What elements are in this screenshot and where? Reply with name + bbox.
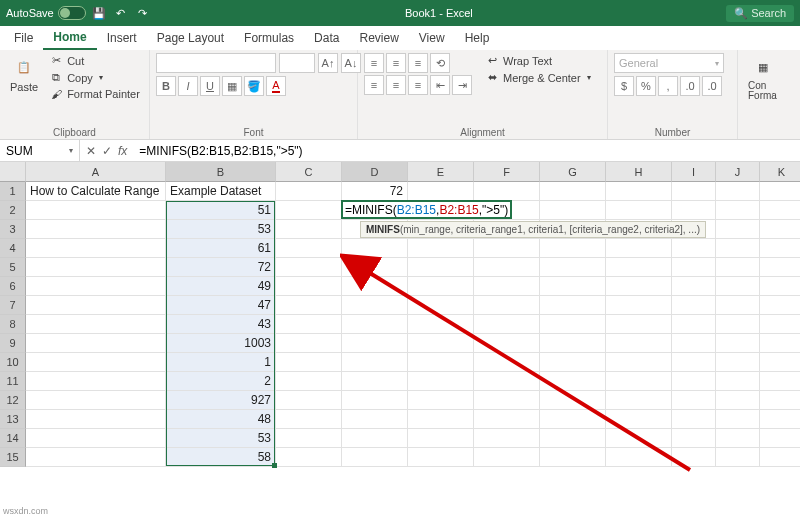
cell[interactable]: [540, 410, 606, 429]
cell[interactable]: [276, 220, 342, 239]
cell[interactable]: [760, 353, 800, 372]
select-all-corner[interactable]: [0, 162, 26, 182]
cell[interactable]: [408, 372, 474, 391]
cell[interactable]: [342, 315, 408, 334]
cell[interactable]: [716, 296, 760, 315]
format-painter-button[interactable]: 🖌Format Painter: [46, 87, 143, 101]
cell[interactable]: [26, 429, 166, 448]
align-top-button[interactable]: ≡: [364, 53, 384, 73]
cell[interactable]: [540, 277, 606, 296]
cell[interactable]: [606, 239, 672, 258]
increase-font-button[interactable]: A↑: [318, 53, 338, 73]
cell[interactable]: [342, 296, 408, 315]
cell-b8[interactable]: 43: [166, 315, 276, 334]
cell[interactable]: [760, 201, 800, 220]
cell[interactable]: [474, 258, 540, 277]
cut-button[interactable]: ✂Cut: [46, 53, 143, 68]
fx-button[interactable]: fx: [118, 144, 127, 158]
cell[interactable]: [474, 410, 540, 429]
cell[interactable]: [716, 353, 760, 372]
align-bottom-button[interactable]: ≡: [408, 53, 428, 73]
cell[interactable]: [540, 391, 606, 410]
cell[interactable]: [672, 277, 716, 296]
italic-button[interactable]: I: [178, 76, 198, 96]
font-name-combo[interactable]: [156, 53, 276, 73]
cell[interactable]: [716, 277, 760, 296]
col-header-I[interactable]: I: [672, 162, 716, 182]
cell[interactable]: [672, 410, 716, 429]
cell-d1[interactable]: 72: [342, 182, 408, 201]
currency-button[interactable]: $: [614, 76, 634, 96]
cell[interactable]: [26, 410, 166, 429]
cell[interactable]: [606, 182, 672, 201]
align-middle-button[interactable]: ≡: [386, 53, 406, 73]
cell[interactable]: [408, 277, 474, 296]
cell[interactable]: [342, 448, 408, 467]
tab-home[interactable]: Home: [43, 26, 96, 50]
cell[interactable]: [716, 410, 760, 429]
cell[interactable]: [540, 353, 606, 372]
cell[interactable]: [760, 315, 800, 334]
cell[interactable]: [716, 315, 760, 334]
cell[interactable]: [716, 258, 760, 277]
cell[interactable]: [606, 448, 672, 467]
cell[interactable]: [606, 429, 672, 448]
cell[interactable]: [26, 334, 166, 353]
inc-decimal-button[interactable]: .0: [680, 76, 700, 96]
cell[interactable]: [474, 391, 540, 410]
name-box[interactable]: SUM ▾: [0, 140, 80, 161]
cell[interactable]: [760, 410, 800, 429]
cell[interactable]: [342, 258, 408, 277]
cell-b3[interactable]: 53: [166, 220, 276, 239]
tab-view[interactable]: View: [409, 27, 455, 49]
cell[interactable]: [342, 372, 408, 391]
cell[interactable]: [716, 429, 760, 448]
cell[interactable]: [540, 239, 606, 258]
copy-button[interactable]: ⧉Copy▾: [46, 70, 143, 85]
cell[interactable]: [716, 201, 760, 220]
cell[interactable]: [760, 239, 800, 258]
cell[interactable]: [716, 182, 760, 201]
wrap-text-button[interactable]: ↩Wrap Text: [482, 53, 594, 68]
tab-review[interactable]: Review: [349, 27, 408, 49]
row-header-6[interactable]: 6: [0, 277, 26, 296]
dec-decimal-button[interactable]: .0: [702, 76, 722, 96]
row-header-11[interactable]: 11: [0, 372, 26, 391]
cell[interactable]: [408, 391, 474, 410]
cell[interactable]: [760, 182, 800, 201]
cell[interactable]: [276, 429, 342, 448]
row-header-15[interactable]: 15: [0, 448, 26, 467]
cell[interactable]: [540, 334, 606, 353]
cell[interactable]: [474, 372, 540, 391]
cell[interactable]: [760, 296, 800, 315]
cell[interactable]: [276, 201, 342, 220]
formula-input[interactable]: =MINIFS(B2:B15,B2:B15,">5"): [133, 144, 800, 158]
cell[interactable]: [540, 315, 606, 334]
cell[interactable]: [408, 258, 474, 277]
cell[interactable]: [672, 239, 716, 258]
tab-insert[interactable]: Insert: [97, 27, 147, 49]
cell[interactable]: [672, 334, 716, 353]
cell[interactable]: [760, 220, 800, 239]
row-header-3[interactable]: 3: [0, 220, 26, 239]
row-header-1[interactable]: 1: [0, 182, 26, 201]
search-box[interactable]: 🔍 Search: [726, 5, 794, 22]
tab-file[interactable]: File: [4, 27, 43, 49]
cell[interactable]: [408, 410, 474, 429]
col-header-A[interactable]: A: [26, 162, 166, 182]
row-header-5[interactable]: 5: [0, 258, 26, 277]
border-button[interactable]: ▦: [222, 76, 242, 96]
cell[interactable]: [760, 258, 800, 277]
cell[interactable]: [276, 296, 342, 315]
cell[interactable]: [342, 334, 408, 353]
indent-dec-button[interactable]: ⇤: [430, 75, 450, 95]
cell[interactable]: [672, 182, 716, 201]
cell[interactable]: [276, 334, 342, 353]
cell[interactable]: [474, 315, 540, 334]
cell[interactable]: [760, 429, 800, 448]
cell[interactable]: [342, 410, 408, 429]
cell-b12[interactable]: 927: [166, 391, 276, 410]
cell[interactable]: [716, 391, 760, 410]
cell[interactable]: [474, 239, 540, 258]
col-header-F[interactable]: F: [474, 162, 540, 182]
